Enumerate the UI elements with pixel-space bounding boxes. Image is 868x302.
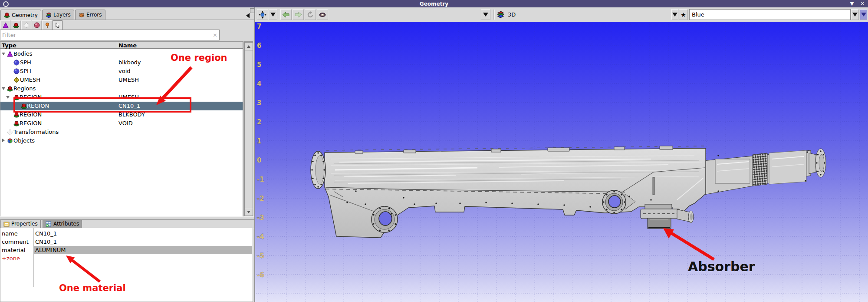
bug-icon [79, 12, 85, 18]
geometry-tree: Bodies SPH blkbody SPH void UMESH [0, 49, 243, 217]
tree-scrollbar[interactable] [243, 41, 253, 217]
region-icon [21, 103, 27, 109]
add-transform-button[interactable] [21, 20, 31, 30]
scrollbar-thumb[interactable] [244, 50, 253, 209]
tree-row-transformations[interactable]: Transformations [0, 128, 243, 136]
tree-row-region-blkbody[interactable]: REGION BLKBODY [0, 110, 243, 119]
prop-row-material[interactable]: material ALUMINUM [0, 246, 253, 254]
tree-row-region-cn10-1[interactable]: REGION CN10_1 [0, 102, 243, 110]
tree-row-objects[interactable]: Objects [0, 136, 243, 145]
tree-row-region-umesh[interactable]: REGION UMESH [0, 93, 243, 102]
forward-button[interactable] [293, 9, 304, 20]
prop-label: comment [2, 238, 29, 246]
tab-properties[interactable]: Properties [0, 219, 41, 228]
model-bolt-dot [312, 178, 313, 179]
add-region-button[interactable] [11, 20, 21, 30]
model-left-flange [311, 151, 326, 189]
window-minimize-button[interactable]: ▼ [847, 0, 857, 7]
prop-row-zone[interactable]: +zone [0, 254, 253, 262]
splitter-grip[interactable] [250, 8, 254, 13]
tree-header-type[interactable]: Type [2, 42, 16, 49]
tab-errors[interactable]: Errors [75, 10, 105, 20]
region-icon [13, 22, 19, 28]
attributes-editor: name CN10_1 comment CN10_1 material ALUM… [0, 228, 253, 302]
navigate-button[interactable] [257, 9, 268, 20]
chevron-down-icon [270, 13, 276, 17]
add-sphere-button[interactable] [32, 20, 42, 30]
umesh-icon [13, 77, 20, 83]
expander-open-icon[interactable] [2, 87, 5, 90]
view-dropdown-button[interactable] [671, 9, 678, 20]
history-dropdown-button[interactable] [481, 9, 490, 20]
expander-closed-icon[interactable] [2, 139, 5, 142]
expander-open-icon[interactable] [6, 96, 10, 99]
tree-row-sph-void[interactable]: SPH void [0, 67, 243, 76]
model-bolt-dot [806, 151, 808, 153]
axis-label: 0 [257, 156, 261, 164]
tree-row-regions[interactable]: Regions [0, 84, 243, 93]
model-bolt-dot [365, 203, 366, 205]
filter-input[interactable]: Filter × [0, 30, 220, 40]
tree-header-name[interactable]: Name [118, 42, 137, 49]
tree-name-label: UMESH [118, 76, 139, 84]
tab-attributes-label: Attributes [53, 221, 79, 227]
tab-layers[interactable]: Layers [42, 10, 74, 20]
tab-attributes[interactable]: Attributes [43, 219, 82, 228]
model-bolt-dot [388, 208, 390, 209]
favorite-palette-button[interactable]: ★ [679, 9, 688, 20]
prop-value-material[interactable]: ALUMINUM [34, 246, 252, 254]
refresh-button[interactable] [305, 9, 316, 20]
expander-open-icon[interactable] [2, 53, 5, 55]
window-close-button[interactable]: ✕ [858, 0, 867, 7]
tree-row-region-void[interactable]: REGION VOID [0, 119, 243, 128]
tree-row-bodies[interactable]: Bodies [0, 50, 243, 58]
chevron-down-icon [861, 13, 866, 17]
prop-label-zone: +zone [2, 254, 20, 262]
tree-type-label: REGION [20, 110, 42, 119]
zoom-pin-button[interactable] [42, 20, 52, 30]
prop-label: material [2, 246, 25, 254]
palette-extra-dropdown-button[interactable] [860, 9, 867, 20]
model-bolt-dot [395, 223, 396, 225]
column-divider[interactable] [117, 42, 117, 49]
model-bolt-dot [650, 199, 651, 200]
model-bolt-dot [816, 162, 817, 163]
refresh-icon [307, 11, 314, 18]
forward-arrow-icon [295, 12, 302, 17]
tree-type-label: Transformations [13, 128, 59, 136]
tree-row-umesh[interactable]: UMESH UMESH [0, 76, 243, 84]
properties-icon [3, 221, 10, 227]
palette-dropdown-button[interactable] [851, 9, 859, 20]
tree-name-label: UMESH [118, 93, 139, 102]
model-bolt-dot [317, 152, 319, 153]
pin-icon [44, 22, 50, 28]
view-combo[interactable]: 3D [508, 11, 516, 18]
scroll-up-icon[interactable] [244, 42, 253, 50]
cursor-icon [55, 22, 61, 28]
layers-icon[interactable] [496, 11, 504, 18]
render-button[interactable] [317, 9, 328, 20]
render-canvas[interactable]: 76543210-1-2-3-4-5-6 [255, 22, 868, 302]
navigate-dropdown-button[interactable] [269, 9, 277, 20]
scroll-down-icon[interactable] [244, 208, 253, 216]
tree-row-sph-blkbody[interactable]: SPH blkbody [0, 58, 243, 67]
model-bolt-dot [459, 202, 460, 204]
back-button[interactable] [280, 9, 292, 20]
prop-row-comment[interactable]: comment CN10_1 [0, 238, 253, 246]
model-bolt-dot [373, 214, 374, 216]
select-cursor-button[interactable] [53, 20, 62, 30]
axis-label: -2 [257, 195, 264, 202]
model-bolt-dot [322, 178, 324, 179]
palette-combo[interactable]: Blue [689, 9, 851, 20]
add-body-cone-button[interactable] [0, 20, 10, 30]
model-bolt-dot [824, 162, 825, 163]
tree-name-label: blkbody [118, 58, 141, 67]
tab-geometry[interactable]: Geometry [0, 10, 41, 20]
collapse-panel-icon[interactable] [246, 13, 250, 18]
prop-row-name[interactable]: name CN10_1 [0, 229, 253, 238]
model-bolt-dot [435, 202, 437, 204]
prop-value[interactable]: CN10_1 [35, 238, 252, 246]
filter-clear-icon[interactable]: × [213, 30, 217, 40]
model-bolt-dot [403, 197, 404, 198]
prop-value[interactable]: CN10_1 [35, 229, 252, 238]
